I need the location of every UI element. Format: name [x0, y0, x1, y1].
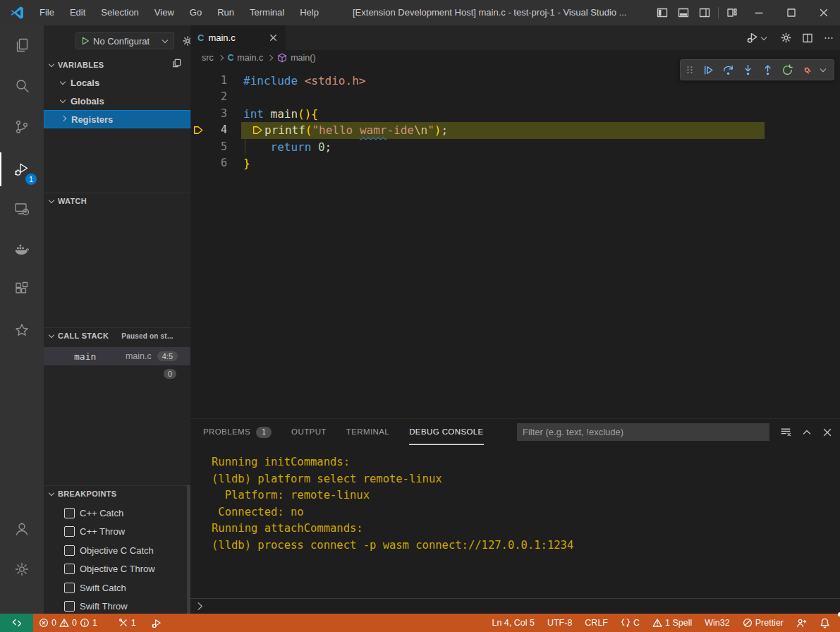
breakpoint-row[interactable]: Swift Catch	[44, 578, 190, 597]
feedback-status[interactable]	[790, 614, 813, 632]
search-icon[interactable]	[0, 69, 44, 103]
run-debug-icon[interactable]: 1	[0, 152, 44, 186]
platform-status[interactable]: Win32	[698, 614, 736, 632]
cursor-position-status[interactable]: Ln 4, Col 5	[485, 614, 540, 632]
star-icon[interactable]	[0, 313, 44, 347]
chevron-down-icon[interactable]	[820, 66, 826, 72]
language-mode-status[interactable]: C	[614, 614, 646, 632]
checkbox-unchecked[interactable]	[64, 526, 75, 537]
menu-selection[interactable]: Selection	[93, 0, 146, 25]
formatter-status[interactable]: Prettier	[736, 614, 790, 632]
callstack-frame-row[interactable]: main main.c 4:5	[44, 347, 190, 365]
code-token: return	[243, 139, 318, 155]
close-panel-icon[interactable]	[822, 427, 833, 438]
close-window-button[interactable]	[808, 0, 840, 25]
explorer-icon[interactable]	[0, 28, 44, 62]
code-token: 0	[318, 139, 325, 155]
toggle-panel-icon[interactable]	[673, 0, 694, 25]
code-area[interactable]: 1 #include <stdio.h> 2 3 int main(){ 4 p…	[190, 66, 840, 418]
maximize-button[interactable]	[775, 0, 808, 25]
debug-toolbar	[680, 59, 834, 80]
breakpoint-row[interactable]: Objective C Catch	[44, 541, 190, 559]
clear-console-icon[interactable]	[780, 426, 792, 438]
extensions-icon[interactable]	[0, 272, 44, 306]
checkbox-unchecked[interactable]	[64, 583, 75, 593]
glyph-margin[interactable]	[190, 122, 206, 138]
variables-scope-globals[interactable]: Globals	[44, 92, 190, 110]
breakpoint-row[interactable]: Swift Throw	[44, 597, 190, 616]
checkbox-unchecked[interactable]	[64, 508, 75, 518]
editor-settings-gear-icon[interactable]	[780, 32, 792, 44]
more-actions-icon[interactable]	[823, 32, 834, 44]
continue-icon[interactable]	[702, 64, 714, 76]
menu-terminal[interactable]: Terminal	[242, 0, 292, 25]
tab-output[interactable]: OUTPUT	[291, 419, 327, 445]
info-icon	[80, 618, 90, 628]
disconnect-icon[interactable]	[801, 64, 813, 76]
variables-scope-locals[interactable]: Locals	[44, 73, 190, 92]
split-editor-icon[interactable]	[802, 32, 813, 44]
remote-indicator[interactable]	[0, 614, 33, 632]
menu-help[interactable]: Help	[292, 0, 327, 25]
customize-layout-icon[interactable]	[722, 0, 743, 25]
console-input-row[interactable]	[190, 598, 840, 614]
breakpoint-row[interactable]: C++ Catch	[44, 504, 190, 522]
breadcrumb-file[interactable]: main.c	[237, 53, 263, 63]
step-over-icon[interactable]	[722, 64, 734, 76]
checkbox-unchecked[interactable]	[64, 564, 75, 574]
watch-section-header[interactable]: WATCH	[44, 193, 190, 209]
breakpoint-row[interactable]: C++ Throw	[44, 523, 190, 541]
tab-debug-console[interactable]: DEBUG CONSOLE	[409, 419, 484, 445]
checkbox-unchecked[interactable]	[64, 545, 75, 556]
spell-checker-status[interactable]: 1 Spell	[646, 614, 698, 632]
account-icon[interactable]	[0, 512, 44, 546]
menu-go[interactable]: Go	[182, 0, 209, 25]
menu-file[interactable]: File	[32, 0, 62, 25]
encoding-status[interactable]: UTF-8	[541, 614, 578, 632]
breakpoint-row[interactable]: Objective C Throw	[44, 560, 190, 578]
settings-gear-icon[interactable]	[0, 552, 44, 586]
glyph-margin[interactable]	[190, 73, 206, 89]
breadcrumb-folder[interactable]: src	[202, 53, 214, 63]
toolbar-drag-handle[interactable]	[685, 64, 695, 75]
run-or-debug-button[interactable]	[747, 32, 770, 44]
tasks-status[interactable]: 1	[113, 614, 142, 632]
debug-session-status[interactable]	[146, 614, 168, 632]
start-debug-icon[interactable]	[80, 36, 90, 46]
glyph-margin[interactable]	[190, 139, 206, 155]
maximize-panel-chevron-up-icon[interactable]	[801, 427, 812, 438]
callstack-section-header[interactable]: CALL STACK Paused on st...	[44, 327, 190, 344]
tab-problems[interactable]: PROBLEMS 1	[203, 419, 272, 445]
checkbox-unchecked[interactable]	[64, 601, 75, 612]
remote-explorer-icon[interactable]	[0, 192, 44, 226]
problems-status[interactable]: 0 0 1	[33, 614, 103, 632]
glyph-margin[interactable]	[190, 106, 206, 122]
toggle-secondary-sidebar-icon[interactable]	[694, 0, 715, 25]
step-into-icon[interactable]	[742, 64, 754, 76]
breadcrumb-symbol[interactable]: main()	[291, 53, 315, 63]
console-filter-input[interactable]	[517, 423, 769, 441]
tab-terminal[interactable]: TERMINAL	[346, 419, 389, 445]
menu-view[interactable]: View	[147, 0, 182, 25]
eol-status[interactable]: CRLF	[578, 614, 614, 632]
terminal-label: TERMINAL	[346, 419, 389, 445]
step-out-icon[interactable]	[762, 64, 774, 76]
breakpoints-section-header[interactable]: BREAKPOINTS	[44, 485, 190, 502]
variables-section-header[interactable]: VARIABLES	[44, 56, 190, 73]
docker-icon[interactable]	[0, 232, 44, 266]
tab-main-c[interactable]: C main.c	[190, 25, 286, 50]
copy-icon[interactable]	[171, 58, 182, 68]
debug-configuration-dropdown[interactable]: No Configurat	[75, 32, 174, 49]
minimize-button[interactable]	[743, 0, 775, 25]
menu-run[interactable]: Run	[209, 0, 242, 25]
source-control-icon[interactable]	[0, 110, 44, 144]
close-tab-icon[interactable]	[268, 32, 279, 43]
glyph-margin[interactable]	[190, 155, 206, 171]
menu-edit[interactable]: Edit	[62, 0, 93, 25]
glyph-margin[interactable]	[190, 89, 206, 105]
restart-icon[interactable]	[781, 64, 793, 76]
notifications-status[interactable]	[813, 614, 840, 632]
editor-tab-bar: C main.c	[190, 25, 840, 50]
variables-scope-registers[interactable]: Registers	[44, 110, 190, 128]
toggle-sidebar-icon[interactable]	[652, 0, 673, 25]
